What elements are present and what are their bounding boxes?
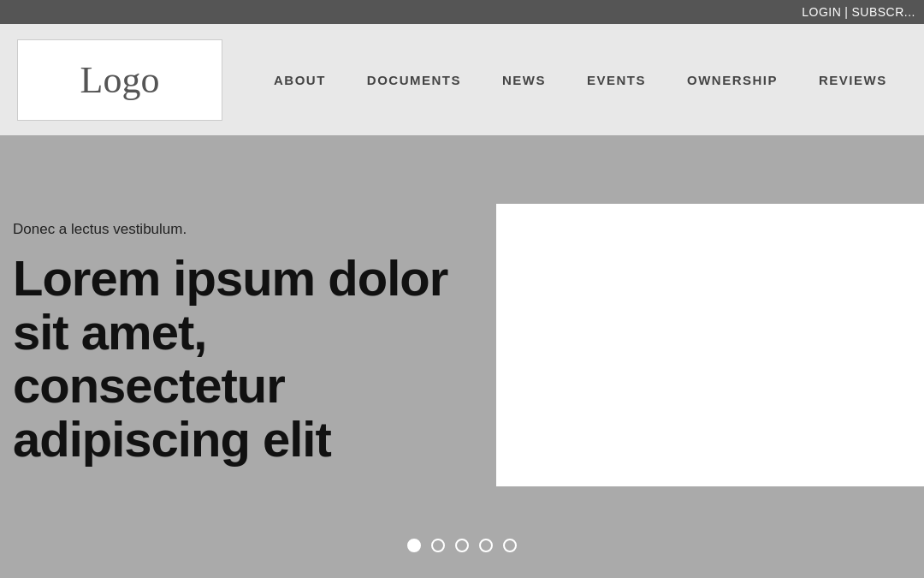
carousel-dot-2[interactable] bbox=[431, 539, 445, 552]
carousel-dot-5[interactable] bbox=[503, 539, 517, 552]
subscribe-link[interactable]: SUBSCR... bbox=[851, 5, 915, 19]
top-bar-links: LOGIN | SUBSCR... bbox=[802, 5, 924, 19]
nav-item-reviews[interactable]: REVIEWS bbox=[819, 73, 887, 87]
hero-content: Donec a lectus vestibulum. Lorem ipsum d… bbox=[13, 221, 458, 467]
separator: | bbox=[844, 5, 848, 19]
hero-subtitle: Donec a lectus vestibulum. bbox=[13, 221, 458, 238]
hero-section: Donec a lectus vestibulum. Lorem ipsum d… bbox=[0, 135, 924, 578]
nav-item-events[interactable]: EVENTS bbox=[587, 73, 646, 87]
nav-item-ownership[interactable]: OWNERSHIP bbox=[687, 73, 778, 87]
nav-item-news[interactable]: NEWS bbox=[502, 73, 546, 87]
hero-title: Lorem ipsum dolor sit amet, consectetur … bbox=[13, 252, 458, 467]
hero-card bbox=[496, 204, 924, 486]
login-link[interactable]: LOGIN bbox=[802, 5, 841, 19]
carousel-dot-1[interactable] bbox=[407, 539, 421, 552]
logo-container[interactable]: Logo bbox=[17, 39, 222, 121]
nav-item-documents[interactable]: DOCUMENTS bbox=[367, 73, 461, 87]
navbar: Logo ABOUT DOCUMENTS NEWS EVENTS OWNERSH… bbox=[0, 24, 924, 135]
carousel-dot-4[interactable] bbox=[479, 539, 493, 552]
logo-text: Logo bbox=[80, 58, 160, 102]
top-bar: LOGIN | SUBSCR... bbox=[0, 0, 924, 24]
nav-item-about[interactable]: ABOUT bbox=[274, 73, 326, 87]
carousel-dot-3[interactable] bbox=[455, 539, 469, 552]
carousel-dots bbox=[407, 539, 517, 552]
nav-links: ABOUT DOCUMENTS NEWS EVENTS OWNERSHIP RE… bbox=[274, 73, 924, 87]
